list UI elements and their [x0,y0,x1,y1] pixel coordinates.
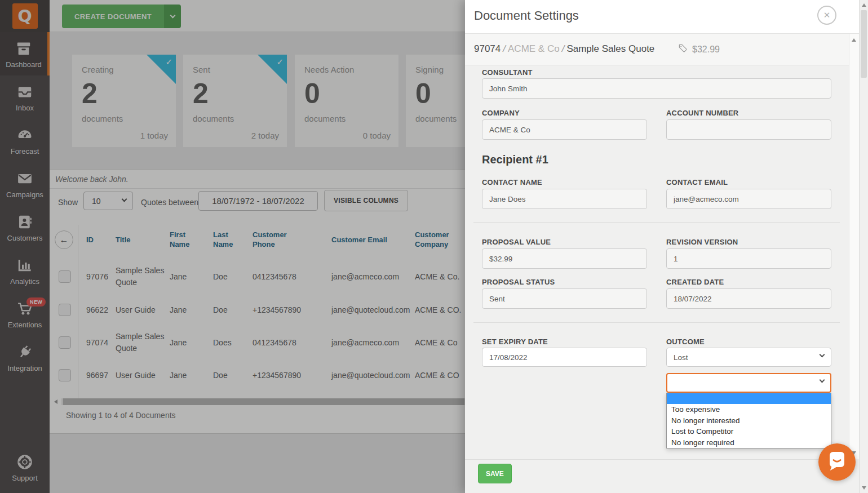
panel-title: Document Settings [474,8,579,23]
contact-name-field[interactable] [482,189,647,209]
panel-footer: SAVE [465,459,849,493]
account-number-field[interactable] [666,119,831,140]
page-scrollbar[interactable] [859,0,868,493]
dropdown-option[interactable]: No longer interested [667,415,831,427]
breadcrumb-id: 97074 [474,43,501,54]
divider [473,322,840,323]
chat-bubble-icon [827,451,847,474]
app-root: Q Dashboard Inbox Forecast [0,0,868,493]
breadcrumb-document: Sample Sales Quote [566,43,654,54]
scroll-up-arrow-icon[interactable] [852,38,856,42]
field-label: OUTCOME [666,337,705,346]
field-label: REVISION VERSION [666,238,738,246]
outcome-reason-select[interactable] [666,373,831,393]
company-field[interactable] [482,119,647,140]
field-label: CONTACT NAME [482,178,542,186]
outcome-select[interactable]: Lost [666,348,831,367]
scroll-up-arrow-icon[interactable] [862,3,866,7]
field-label: ACCOUNT NUMBER [666,109,738,117]
field-label: PROPOSAL VALUE [482,238,551,246]
field-label: CREATED DATE [666,278,724,286]
outcome-value: Lost [674,353,688,362]
dropdown-option[interactable]: Lost to Competitor [667,426,831,437]
consultant-field[interactable] [482,78,831,99]
outcome-reason-dropdown: Too expensive No longer interested Lost … [666,393,831,448]
price-tag: $32.99 [678,43,720,55]
modal-overlay [0,0,465,493]
chat-launcher-button[interactable] [818,443,856,481]
panel-header: Document Settings ✕ [465,0,859,34]
tag-icon [678,43,688,55]
save-button[interactable]: SAVE [478,464,512,483]
panel-subheader: 97074/ACME & Co/Sample Sales Quote $32.9… [465,34,849,65]
breadcrumb-company: ACME & Co [508,43,560,54]
field-label: CONTACT EMAIL [666,178,728,186]
dropdown-option-blank[interactable] [667,393,831,404]
close-icon[interactable]: ✕ [817,6,836,25]
recipient-heading: Recipient #1 [482,153,548,166]
divider [473,222,840,223]
proposal-value-field[interactable] [482,248,647,269]
revision-version-field[interactable] [666,248,831,269]
panel-scrollbar[interactable] [849,34,859,459]
created-date-field[interactable] [666,288,831,309]
dropdown-option[interactable]: No longer required [667,437,831,448]
document-settings-panel: Document Settings ✕ 97074/ACME & Co/Samp… [465,0,859,493]
scroll-down-arrow-icon[interactable] [862,486,866,490]
scrollbar-thumb[interactable] [861,10,867,78]
field-label: COMPANY [482,109,520,117]
field-label: PROPOSAL STATUS [482,278,555,286]
field-label: SET EXPIRY DATE [482,337,548,346]
price-value: $32.99 [692,45,720,55]
expiry-date-field[interactable] [482,348,647,367]
breadcrumb: 97074/ACME & Co/Sample Sales Quote [474,43,654,55]
proposal-status-field[interactable] [482,288,647,309]
contact-email-field[interactable] [666,189,831,209]
panel-body: CONSULTANT COMPANY ACCOUNT NUMBER Recipi… [465,65,849,459]
dropdown-option[interactable]: Too expensive [667,404,831,415]
field-label: CONSULTANT [482,68,533,77]
